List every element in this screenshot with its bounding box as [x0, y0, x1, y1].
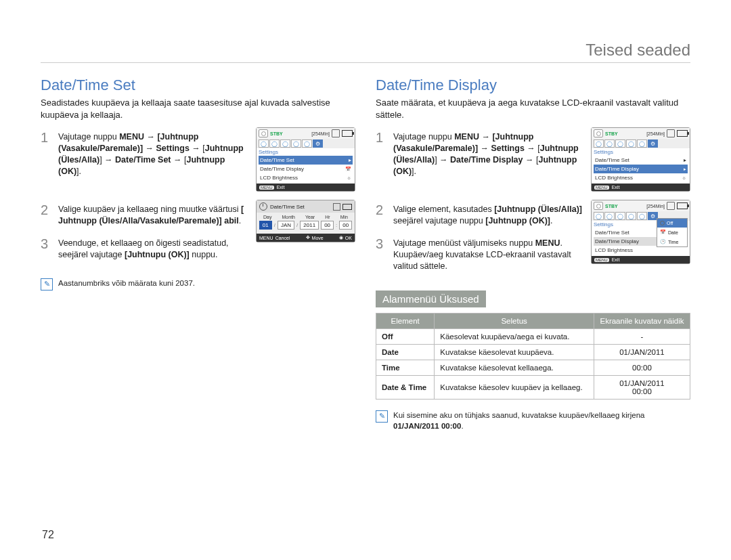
battery-icon	[342, 130, 353, 137]
title-date-time-set: Date/Time Set	[41, 77, 355, 94]
category-tabs: ◯◯◯◯◯⚙	[592, 139, 690, 148]
submenu-table: Element Seletus Ekraanile kuvatav näidik…	[376, 313, 690, 400]
note-icon: ✎	[376, 410, 388, 423]
table-row: Date & Time Kuvatakse käesolev kuupäev j…	[376, 376, 690, 400]
lcd-item-dtdisp: Date/Time Display▸	[594, 165, 688, 173]
category-tabs: ◯◯◯◯◯⚙	[257, 139, 355, 148]
lcd-item-lcdb: LCD Brightness☼	[259, 173, 353, 182]
lcd-category: Settings	[259, 148, 353, 156]
col-date-time-display: Date/Time Display Saate määrata, et kuup…	[376, 77, 690, 432]
day-value: 01	[259, 221, 272, 230]
menu-tag-icon: MENU	[259, 236, 273, 240]
lcd-footer: MENUExit	[592, 184, 690, 191]
table-header-row: Element Seletus Ekraanile kuvatav näidik	[376, 314, 690, 329]
lcd-dtdisp-popup: STBY [254Min] ◯◯◯◯◯⚙ Settings	[591, 200, 690, 264]
submenu-heading: Alammenüü Üksused	[376, 290, 486, 307]
ok-icon: ◉	[339, 235, 343, 240]
popup-date: 📅Date	[657, 228, 687, 237]
popup-time: 🕒Time	[657, 237, 687, 246]
settings-tab-icon: ⚙	[313, 139, 323, 148]
note-left: ✎ Aastanumbriks võib määrata kuni 2037.	[41, 278, 355, 290]
lcd-figure: STBY [254Min] ◯◯◯◯◯⚙ Settings	[591, 200, 690, 278]
card-icon	[667, 129, 675, 137]
date-labels: DayMonthYearHrMin	[257, 213, 355, 219]
step-number: 3	[41, 234, 58, 267]
year-value: 2011	[300, 221, 319, 230]
intro-right: Saate määrata, et kuupäeva ja aega kuvat…	[376, 97, 690, 121]
lcd-category: Settings	[594, 148, 688, 156]
menu-tag-icon: MENU	[594, 258, 609, 262]
step-number: 3	[376, 234, 393, 279]
step-text: Vajutage nuppu MENU → [Juhtnupp (Vasakul…	[58, 127, 256, 200]
step-number: 1	[41, 127, 58, 200]
note-text: Kui sisemine aku on tühjaks saanud, kuva…	[393, 410, 690, 431]
card-icon	[333, 203, 340, 211]
stby-label: STBY	[605, 204, 618, 209]
settings-tab-icon: ⚙	[648, 139, 658, 148]
content-columns: Date/Time Set Seadistades kuupäeva ja ke…	[41, 77, 690, 432]
move-icon: ✥	[306, 235, 310, 240]
rec-time: [254Min]	[311, 131, 330, 136]
th-display: Ekraanile kuvatav näidik	[594, 314, 690, 329]
battery-icon	[342, 204, 352, 210]
note-icon: ✎	[41, 278, 53, 290]
hour-value: 00	[321, 221, 334, 230]
battery-icon	[677, 202, 688, 209]
table-row: Date Kuvatakse käesolevat kuupäeva. 01/J…	[376, 345, 690, 360]
card-icon	[667, 202, 675, 210]
lcd-footer: MENUExit	[592, 256, 690, 263]
intro-left: Seadistades kuupäeva ja kellaaja saate t…	[41, 97, 355, 121]
step-text: Vajutage nuppu MENU → [Juhtnupp (Vasakul…	[393, 127, 591, 200]
month-value: JAN	[278, 221, 294, 230]
lcd-footer: MENUCancel ✥Move ◉OK	[257, 234, 355, 242]
note-text: Aastanumbriks võib määrata kuni 2037.	[58, 278, 195, 289]
th-desc: Seletus	[435, 314, 594, 329]
lcd-title: Date/Time Set	[270, 204, 305, 210]
stby-label: STBY	[270, 131, 283, 136]
lcd-item-dtset: Date/Time Set▸	[259, 156, 353, 165]
table-row: Time Kuvatakse käesolevat kellaaega. 00:…	[376, 360, 690, 376]
step-text: Valige element, kasutades [Juhtnupp (Üle…	[393, 200, 591, 234]
popup-off: Off	[657, 219, 687, 228]
step-number: 1	[376, 127, 393, 200]
step-number: 2	[41, 200, 58, 234]
card-icon	[332, 129, 340, 137]
popup-menu: Off 📅Date 🕒Time	[657, 218, 688, 247]
th-element: Element	[376, 314, 435, 329]
lcd-item-dtset: Date/Time Set▸	[594, 156, 688, 165]
lcd-figure: STBY [254Min] ◯◯◯◯◯⚙ Settings	[591, 127, 690, 200]
table-row: Off Käesolevat kuupäeva/aega ei kuvata. …	[376, 329, 690, 345]
lcd-settings-dtdisp: STBY [254Min] ◯◯◯◯◯⚙ Settings	[591, 127, 690, 192]
lcd-figure: Date/Time Set DayMonthYearHrMin 01/ JAN/	[256, 200, 355, 267]
lcd-item-lcdb: LCD Brightness☼	[594, 173, 688, 182]
lcd-settings-dtset: STBY [254Min] ◯◯◯◯◯⚙ Settings	[256, 127, 355, 192]
camera-icon	[594, 129, 603, 137]
date-values: 01/ JAN/ 2011 00: 00	[257, 219, 355, 234]
step-text: Veenduge, et kellaaeg on õigesti seadist…	[58, 234, 256, 267]
clock-icon	[259, 202, 267, 211]
rec-time: [254Min]	[646, 204, 665, 209]
steps-left: 1 Vajutage nuppu MENU → [Juhtnupp (Vasak…	[41, 127, 355, 267]
rec-time: [254Min]	[646, 131, 665, 136]
title-date-time-display: Date/Time Display	[376, 77, 690, 94]
camera-icon	[594, 202, 603, 210]
lcd-dtset-editor: Date/Time Set DayMonthYearHrMin 01/ JAN/	[256, 200, 355, 242]
page-header: Teised seaded	[41, 41, 690, 63]
step-text: Valige kuupäev ja kellaaeg ning muutke v…	[58, 200, 256, 234]
steps-right: 1 Vajutage nuppu MENU → [Juhtnupp (Vasak…	[376, 127, 690, 278]
stby-label: STBY	[605, 131, 618, 136]
lcd-footer: MENUExit	[257, 184, 355, 191]
battery-icon	[677, 130, 688, 137]
lcd-item-dtdisp: Date/Time Display📅	[259, 165, 353, 173]
menu-tag-icon: MENU	[259, 186, 274, 190]
step-text: Vajutage menüüst väljumiseks nuppu MENU.…	[393, 234, 591, 279]
lcd-figure: STBY [254Min] ◯◯◯◯◯⚙ Settings	[256, 127, 355, 200]
min-value: 00	[339, 221, 352, 230]
camera-icon	[259, 129, 268, 137]
note-right: ✎ Kui sisemine aku on tühjaks saanud, ku…	[376, 410, 690, 431]
page-number: 72	[42, 529, 54, 541]
menu-tag-icon: MENU	[594, 186, 609, 190]
col-date-time-set: Date/Time Set Seadistades kuupäeva ja ke…	[41, 77, 355, 432]
step-number: 2	[376, 200, 393, 234]
